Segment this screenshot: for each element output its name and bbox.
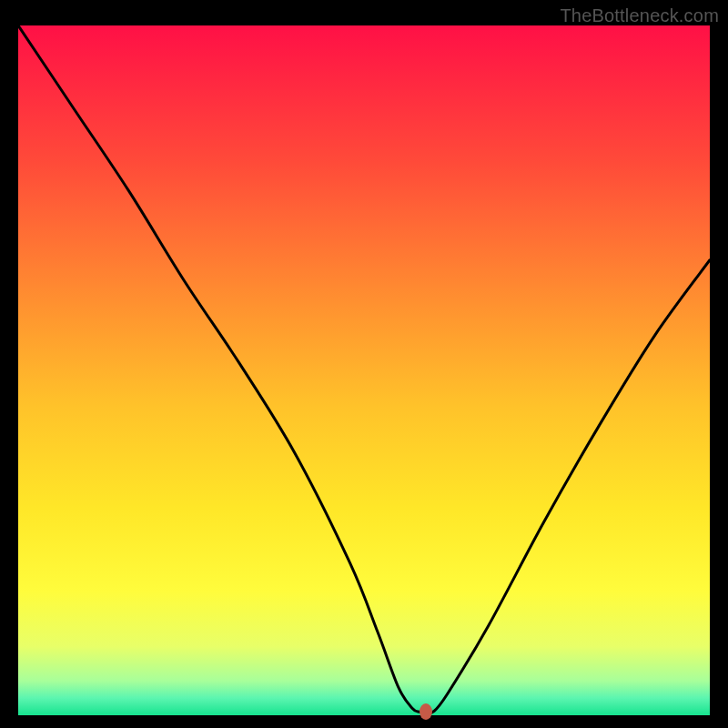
watermark-text: TheBottleneck.com — [560, 5, 719, 26]
chart-svg — [18, 25, 710, 715]
gradient-rect — [18, 25, 710, 715]
chart-frame: TheBottleneck.com — [0, 0, 728, 728]
plot-area — [18, 25, 710, 715]
